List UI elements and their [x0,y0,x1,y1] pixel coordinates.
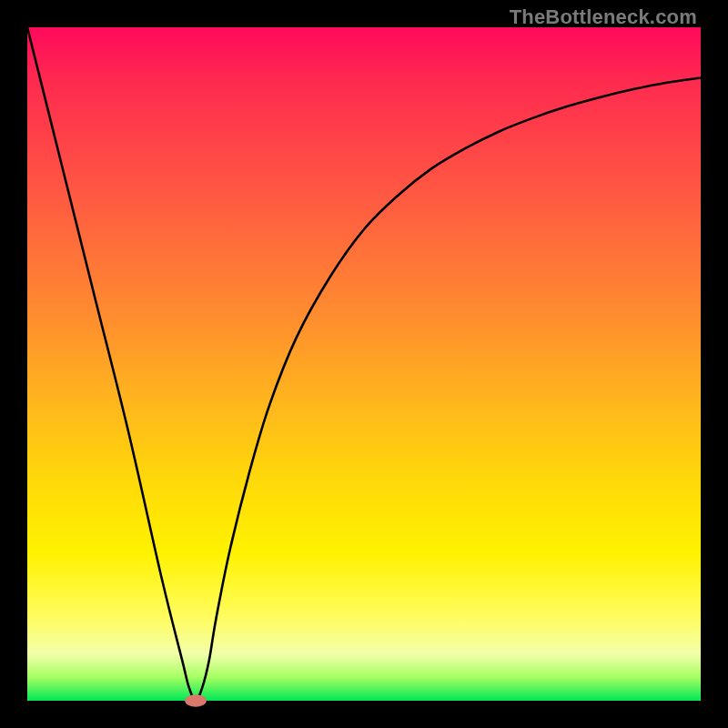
chart-container: TheBottleneck.com [0,0,728,728]
site-watermark: TheBottleneck.com [510,5,697,29]
gradient-plot-area [27,27,701,701]
